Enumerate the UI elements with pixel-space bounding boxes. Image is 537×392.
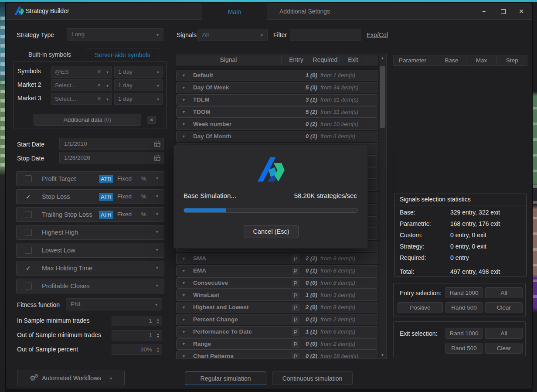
scrollbar-thumb[interactable]	[380, 66, 385, 128]
market-symbol-select[interactable]: Select...✕▾	[51, 93, 112, 105]
chevron-down-icon[interactable]: ▾	[183, 85, 185, 90]
signal-row[interactable]: ▾ConsecutiveP0 (0)from 8 item(s)	[176, 277, 378, 289]
exit-all-button[interactable]: All	[485, 328, 523, 339]
chevron-down-icon[interactable]: ▾	[183, 329, 185, 334]
market-timeframe-select[interactable]: 1 day▾	[114, 66, 163, 78]
regular-simulation-button[interactable]: Regular simulation	[185, 372, 266, 385]
exit-rand-500-button[interactable]: Rand 500	[445, 343, 483, 354]
chevron-down-icon[interactable]: ▾	[183, 109, 185, 114]
expand-collapse-link[interactable]: Exp/Col	[367, 31, 388, 38]
spinner-arrows[interactable]: ▲▼	[156, 332, 160, 338]
clear-icon[interactable]: ✕	[97, 66, 101, 77]
chip-fixed[interactable]: Fixed	[117, 193, 132, 200]
tab-main[interactable]: Main	[202, 3, 267, 20]
signals-select[interactable]: All ▾	[197, 29, 268, 41]
market-symbol-select[interactable]: Select...✕▾	[51, 79, 112, 91]
option-row-profitable-closes[interactable]: Profitable Closes▾	[16, 279, 164, 293]
tab-additional-settings[interactable]: Additional Settings	[271, 3, 339, 20]
signals-scrollbar[interactable]: ▲ ▼	[379, 55, 386, 359]
signal-row[interactable]: ▾Default1 (0)from 1 item(s)	[176, 70, 378, 81]
option-row-lowest-low[interactable]: Lowest Low▾	[16, 243, 164, 258]
chevron-down-icon[interactable]: ▾	[156, 265, 158, 270]
chevron-down-icon[interactable]: ▾	[156, 194, 158, 198]
spinner-arrows[interactable]: ▲▼	[156, 347, 160, 353]
chip-atr[interactable]: ATR	[99, 175, 113, 183]
signal-row[interactable]: ▾Day Of Month0 (1)from 6 item(s)	[176, 131, 378, 142]
chevron-down-icon[interactable]: ▾	[156, 211, 158, 216]
tab-server-side-symbols[interactable]: Server-side symbols	[86, 48, 159, 61]
tab-built-in-symbols[interactable]: Built-in symbols	[14, 48, 86, 61]
entry-rand-500-button[interactable]: Rand 500	[445, 302, 483, 313]
column-header-base[interactable]: Base	[437, 55, 466, 65]
entry-rand-1000-button[interactable]: Rand 1000	[445, 287, 483, 298]
checkbox-unchecked[interactable]	[25, 211, 32, 218]
chevron-down-icon[interactable]: ▾	[156, 283, 158, 288]
column-header-entry[interactable]: Entry	[282, 55, 311, 65]
calendar-icon[interactable]	[154, 155, 160, 161]
spinner-input[interactable]: 1▲▼	[112, 316, 162, 326]
chip-fixed[interactable]: Fixed	[117, 211, 132, 218]
close-icon[interactable]: ✕	[515, 6, 528, 17]
signal-row[interactable]: ▾TDLM3 (1)from 31 item(s)	[176, 94, 378, 106]
fitness-function-select[interactable]: PNL ▾	[66, 298, 162, 310]
chevron-down-icon[interactable]: ▾	[183, 122, 185, 126]
option-row-profit-target[interactable]: Profit TargetATRFixed%▾	[16, 171, 164, 186]
market-timeframe-select[interactable]: 1 day▾	[114, 79, 163, 91]
exit-rand-1000-button[interactable]: Rand 1000	[445, 328, 483, 339]
column-header-max[interactable]: Max	[466, 55, 497, 65]
market-symbol-select[interactable]: @ES✕▾	[51, 66, 112, 78]
signal-row[interactable]: ▾Highest and LowestP2 (0)from 8 item(s)	[176, 302, 378, 313]
chevron-down-icon[interactable]: ▾	[183, 305, 185, 310]
chip-percent[interactable]: %	[141, 193, 146, 200]
option-row-highest-high[interactable]: Highest High▾	[16, 225, 164, 240]
chevron-down-icon[interactable]: ▾	[183, 293, 185, 297]
exit-clear-button[interactable]: Clear	[485, 343, 523, 354]
checkbox-checked-icon[interactable]: ✓	[26, 193, 31, 200]
chip-atr[interactable]: ATR	[99, 193, 113, 201]
cancel-button[interactable]: Cancel (Esc)	[244, 225, 299, 238]
chip-percent[interactable]: %	[141, 175, 146, 182]
clear-icon[interactable]: ✕	[97, 80, 101, 91]
chevron-down-icon[interactable]: ▾	[183, 268, 185, 273]
entry-all-button[interactable]: All	[485, 287, 523, 298]
column-header-signal[interactable]: Signal	[176, 55, 282, 65]
signal-row[interactable]: ▾Percent ChangeP0 (1)from 2 item(s)	[176, 314, 378, 325]
option-row-trailing-stop-loss[interactable]: Trailing Stop LossATRFixed%▾	[16, 207, 164, 222]
chip-percent[interactable]: %	[141, 211, 146, 218]
chip-fixed[interactable]: Fixed	[117, 175, 132, 182]
spinner-input[interactable]: 30%▲▼	[112, 344, 162, 355]
chevron-down-icon[interactable]: ▾	[183, 256, 185, 261]
spinner-input[interactable]: 1▲▼	[112, 330, 162, 341]
clear-icon[interactable]: ✕	[97, 93, 101, 104]
chevron-down-icon[interactable]: ▾	[156, 247, 158, 252]
option-row-stop-loss[interactable]: ✓Stop LossATRFixed%▾	[16, 189, 164, 204]
entry-positive-button[interactable]: Positive	[398, 302, 443, 313]
signal-row[interactable]: ▾EMAP0 (1)from 8 item(s)	[176, 265, 378, 276]
chevron-down-icon[interactable]: ▾	[183, 280, 185, 285]
additional-data-button[interactable]: Additional data (0)	[34, 114, 141, 126]
column-header-exit[interactable]: Exit	[340, 55, 367, 65]
continuous-simulation-button[interactable]: Continuous simulation	[272, 372, 353, 385]
filter-input[interactable]	[290, 29, 361, 41]
column-header-step[interactable]: Step	[497, 55, 527, 65]
checkbox-unchecked[interactable]	[25, 247, 32, 254]
column-header-parameter[interactable]: Parameter	[394, 55, 437, 65]
scroll-up-icon[interactable]: ▲	[379, 56, 386, 60]
spinner-arrows[interactable]: ▲▼	[156, 318, 160, 324]
start-date-input[interactable]: 1/1/2010	[59, 138, 164, 150]
calendar-icon[interactable]	[154, 141, 160, 147]
scroll-down-icon[interactable]: ▼	[379, 353, 386, 357]
signal-row[interactable]: ▾Day Of Week5 (3)from 34 item(s)	[176, 82, 378, 93]
market-timeframe-select[interactable]: 1 day▾	[114, 93, 163, 105]
chevron-down-icon[interactable]: ▾	[183, 73, 185, 78]
minimize-icon[interactable]: −	[477, 6, 490, 17]
additional-data-clear-icon[interactable]: ✕	[147, 116, 156, 124]
signal-row[interactable]: ▾SMAP2 (2)from 8 item(s)	[176, 253, 378, 264]
checkbox-checked-icon[interactable]: ✓	[26, 265, 31, 272]
column-header-required[interactable]: Required	[311, 55, 340, 65]
option-row-max-holding-time[interactable]: ✓Max Holding Time▾	[16, 261, 164, 276]
chevron-down-icon[interactable]: ▾	[156, 176, 158, 181]
signal-row[interactable]: ▾Week number0 (2)from 10 item(s)	[176, 119, 378, 130]
maximize-icon[interactable]	[496, 6, 510, 17]
checkbox-unchecked[interactable]	[25, 229, 32, 236]
